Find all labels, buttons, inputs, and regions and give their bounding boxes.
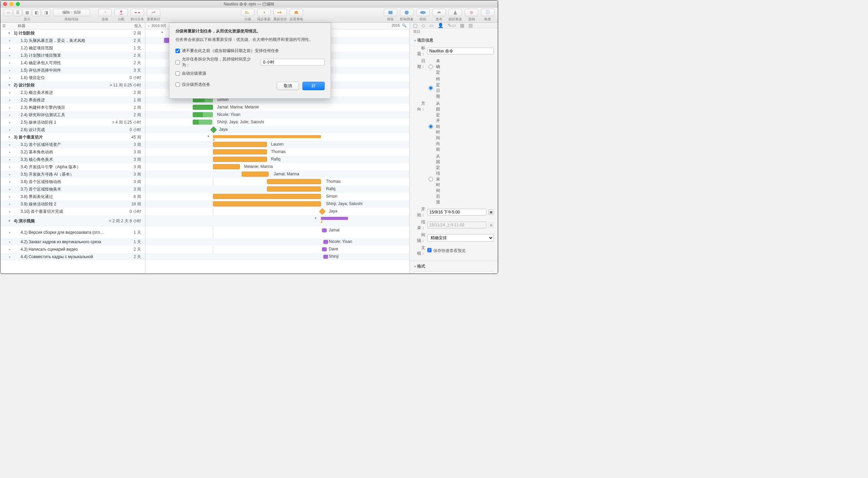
section-header-format[interactable]: 格式 [414, 263, 494, 269]
outline-task-row[interactable]: ● 1.4) 确定承包人可用性 2 天 [0, 59, 145, 67]
assign-button[interactable] [114, 9, 128, 16]
disclosure-triangle-icon[interactable]: ▼ [207, 135, 210, 138]
gantt-row[interactable]: Rafiq [145, 185, 409, 193]
catchup-button[interactable] [257, 9, 271, 16]
disclosure-triangle-icon[interactable]: ▼ [8, 83, 11, 87]
disclosure-triangle-icon[interactable]: ▼ [161, 31, 164, 34]
gantt-group-bar[interactable] [213, 135, 321, 138]
gantt-milestone[interactable] [210, 126, 217, 133]
gantt-bar[interactable] [199, 120, 212, 125]
outline-task-row[interactable]: ● 3.4) 开发战斗引擎（Alpha 版本） 3 周 [0, 163, 145, 171]
view-mode-1-button[interactable]: ▭ [4, 9, 12, 16]
interval-select[interactable]: 精确安排 [427, 234, 494, 242]
simulate-button[interactable] [416, 9, 430, 16]
disclosure-triangle-icon[interactable]: ▼ [8, 31, 11, 35]
gantt-group-bar[interactable] [321, 217, 348, 220]
date-specific-radio[interactable]: 特定日期 [429, 76, 440, 99]
gantt-bar[interactable] [203, 112, 213, 117]
opt-auto-level-checkbox[interactable] [175, 71, 180, 76]
gantt-row[interactable]: Jaya [145, 208, 409, 215]
outline-task-row[interactable]: ● 2.3) 构建样本引擎内项目 2 周 [0, 104, 145, 111]
view-mode-3-button[interactable]: ▦ [23, 9, 31, 16]
opt-allow-split-checkbox[interactable] [175, 60, 180, 65]
outline-task-row[interactable]: ● 3.5) 开发敌方寻路 AI（基本） 3 周 [0, 171, 145, 178]
gantt-row[interactable]: Simon [145, 193, 409, 200]
reschedule-button[interactable] [273, 9, 287, 16]
outline-task-row[interactable]: ● 3.8) 界面美化通过 6 周 [0, 193, 145, 200]
outline-task-row[interactable]: ● 2.4) 研究和评估测试工具 2 周 [0, 111, 145, 119]
outline-task-row[interactable]: ● 4.4) Совместить кадры с музыкальной 2 … [0, 253, 145, 260]
ok-button[interactable]: 好 [302, 82, 325, 90]
gantt-bar[interactable] [213, 149, 267, 154]
level-button[interactable] [241, 9, 254, 16]
gantt-bar[interactable] [267, 179, 321, 184]
outline-task-row[interactable]: ● 3.10) 首个垂直切片完成 0 小时 [0, 208, 145, 215]
view-mode-2-button[interactable]: ☰ [13, 9, 22, 16]
gantt-row[interactable]: Nicole; Yisan [145, 238, 409, 246]
outline-task-row[interactable]: ● 1.1) 头脑风暴主题，受众，美术风格 2 天 [0, 37, 145, 44]
gantt-bar[interactable] [213, 157, 267, 162]
date-undetermined-radio[interactable]: 未确定 [429, 58, 440, 75]
inspector-tab-project[interactable]: ▢ [413, 23, 417, 28]
gantt-row[interactable]: Nicole; Yisan [145, 111, 409, 119]
gantt-row[interactable]: Thomas [145, 178, 409, 185]
gantt-row[interactable]: Shinji; Jaya; Julie; Satoshi [145, 119, 409, 126]
view-mode-5-button[interactable]: ◨ [42, 9, 50, 16]
outline-group-row[interactable]: ▼ 2) 设计阶段 > 11 周 0.25 小时 [0, 81, 145, 89]
outline-task-row[interactable]: ● 3.1) 首个区域环境资产 3 周 [0, 141, 145, 148]
cancel-button[interactable]: 取消 [277, 82, 299, 90]
gantt-row[interactable]: Shinji; Jaya; Satoshi [145, 200, 409, 208]
gantt-row[interactable]: Jamal [145, 227, 409, 238]
zoom-window-button[interactable] [16, 2, 20, 6]
column-title[interactable]: 标题 [8, 23, 106, 28]
gantt-bar[interactable] [323, 255, 328, 259]
gantt-row[interactable]: ▼ [145, 215, 409, 227]
outline-task-row[interactable]: ● 4.1) Версия сборки для видеозахвата (о… [0, 227, 145, 238]
close-window-button[interactable] [3, 2, 7, 6]
inspector-tab-milestone[interactable]: ◇ [422, 23, 425, 28]
outline-task-row[interactable]: ● 3.2) 基本角色动画 3 周 [0, 148, 145, 156]
gantt-row[interactable]: Lauren [145, 141, 409, 148]
outline-task-row[interactable]: ● 2.5) 媒体活动阶段 1 > 4 周 0.25 小时 [0, 119, 145, 126]
outline-task-row[interactable]: ● 2.2) 界面推进 1 周 [0, 96, 145, 104]
gantt-row[interactable]: Dave [145, 246, 409, 253]
calendar-icon[interactable]: ▦ [488, 209, 494, 215]
disclosure-triangle-icon[interactable]: ▼ [8, 219, 11, 223]
gantt-bar[interactable] [193, 105, 213, 110]
reports-button[interactable] [384, 9, 397, 16]
opt-dont-schedule-before-checkbox[interactable] [175, 49, 180, 53]
baseline-actual-toggle[interactable]: 编辑：实际 [53, 9, 90, 16]
outline-menu-icon[interactable]: ☰ [0, 24, 8, 28]
gantt-bar[interactable] [322, 228, 327, 232]
gantt-row[interactable]: Melanie; Marina [145, 163, 409, 171]
outline-task-row[interactable]: ● 2.6) 设计完成 0 小时 [0, 126, 145, 133]
outline-group-row[interactable]: ▼ 4) 演示视频 < 2 周 2 天 8 小时 [0, 215, 145, 227]
track-changes-button[interactable] [449, 9, 462, 16]
gantt-bar[interactable] [242, 172, 269, 177]
minimize-window-button[interactable] [9, 2, 13, 6]
split-task-button[interactable] [131, 9, 144, 16]
inspector-tab-columns[interactable]: ▦ [460, 23, 464, 28]
outline-task-row[interactable]: ● 1.3) 计划预计项目预算 2 天 [0, 52, 145, 59]
gantt-bar[interactable] [213, 142, 267, 147]
gantt-row[interactable]: Shinji [145, 253, 409, 260]
inspect-button[interactable]: ⓘ [481, 9, 494, 16]
inspector-tab-styles[interactable]: ✎▭ [447, 23, 456, 28]
project-title-input[interactable] [427, 48, 494, 54]
publish-button[interactable] [432, 9, 446, 16]
gantt-nav-prev[interactable]: ‹ 2015 9月 [148, 23, 166, 28]
gantt-milestone[interactable] [319, 208, 326, 215]
outline-task-row[interactable]: ● 3.3) 核心角色美术 3 周 [0, 156, 145, 163]
set-baseline-button[interactable] [290, 9, 303, 16]
section-header-project-info[interactable]: 项目信息 [414, 37, 494, 43]
gantt-bar[interactable] [213, 194, 321, 199]
outline-task-row[interactable]: ● 4.3) Написать сценарий видео 2 天 [0, 246, 145, 253]
gantt-row[interactable]: Jaya [145, 126, 409, 133]
critical-path-button[interactable] [147, 9, 160, 16]
view-mode-4-button[interactable]: ◧ [32, 9, 41, 16]
inspector-tab-task[interactable]: ▭ [429, 23, 434, 28]
violations-button[interactable]: ⊘ [465, 9, 478, 16]
opt-selected-only-checkbox[interactable] [175, 82, 180, 87]
gantt-bar[interactable] [322, 247, 327, 251]
outline-task-row[interactable]: ● 1.2) 确定项目范围 1 天 [0, 44, 145, 52]
